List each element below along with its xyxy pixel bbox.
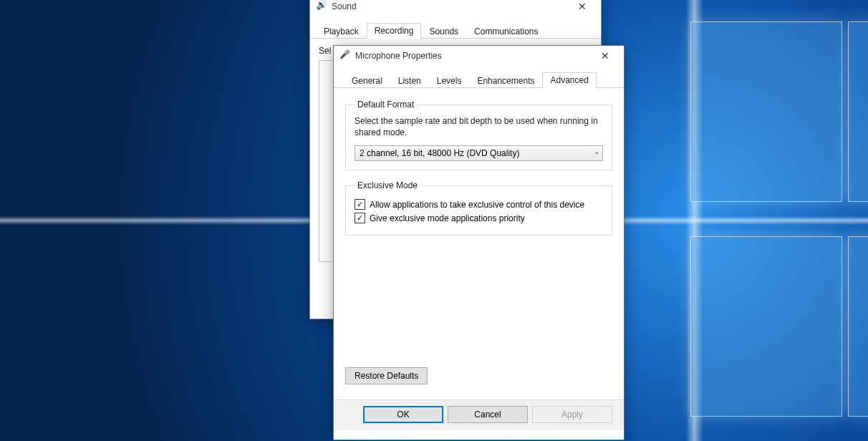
close-icon[interactable]: ✕: [591, 46, 619, 66]
close-icon[interactable]: ✕: [568, 0, 597, 16]
default-format-group: Default Format Select the sample rate an…: [345, 100, 612, 170]
allow-exclusive-row[interactable]: Allow applications to take exclusive con…: [355, 199, 603, 210]
tab-advanced[interactable]: Advanced: [542, 72, 596, 88]
allow-exclusive-checkbox[interactable]: [355, 199, 365, 210]
mic-properties-window: Microphone Properties ✕ General Listen L…: [333, 45, 625, 440]
allow-exclusive-label: Allow applications to take exclusive con…: [370, 200, 584, 210]
default-format-selected: 2 channel, 16 bit, 48000 Hz (DVD Quality…: [360, 148, 519, 158]
tab-communications[interactable]: Communications: [466, 24, 546, 39]
restore-defaults-button[interactable]: Restore Defaults: [345, 367, 428, 384]
mic-window-footer: OK Cancel Apply: [334, 399, 624, 430]
mic-window-title: Microphone Properties: [355, 51, 591, 61]
default-format-help: Select the sample rate and bit depth to …: [355, 115, 603, 138]
apply-button[interactable]: Apply: [532, 406, 612, 423]
tab-listen[interactable]: Listen: [390, 73, 429, 88]
cancel-button[interactable]: Cancel: [448, 406, 528, 423]
priority-exclusive-checkbox[interactable]: [355, 213, 365, 223]
microphone-icon: [339, 50, 351, 62]
sound-tabs: Playback Recording Sounds Communications: [310, 16, 601, 39]
sound-window-titlebar[interactable]: Sound ✕: [310, 0, 601, 16]
default-format-legend: Default Format: [355, 100, 417, 110]
tab-sounds[interactable]: Sounds: [421, 24, 466, 39]
default-format-combobox[interactable]: 2 channel, 16 bit, 48000 Hz (DVD Quality…: [355, 145, 603, 161]
tab-levels[interactable]: Levels: [429, 73, 470, 88]
tab-general[interactable]: General: [344, 73, 390, 88]
chevron-down-icon: ⌄: [594, 147, 599, 155]
mic-window-titlebar[interactable]: Microphone Properties ✕: [334, 46, 624, 66]
priority-exclusive-row[interactable]: Give exclusive mode applications priorit…: [355, 213, 603, 223]
exclusive-mode-legend: Exclusive Mode: [355, 180, 420, 190]
mic-window-body: Default Format Select the sample rate an…: [334, 88, 624, 430]
sound-window-title: Sound: [332, 1, 568, 11]
tab-enhancements[interactable]: Enhancements: [469, 73, 542, 88]
ok-button[interactable]: OK: [363, 406, 443, 423]
tab-playback[interactable]: Playback: [316, 24, 367, 39]
speaker-icon: [316, 1, 327, 12]
tab-recording[interactable]: Recording: [367, 23, 422, 39]
mic-tabs: General Listen Levels Enhancements Advan…: [334, 66, 624, 88]
priority-exclusive-label: Give exclusive mode applications priorit…: [370, 213, 525, 223]
exclusive-mode-group: Exclusive Mode Allow applications to tak…: [345, 180, 612, 236]
